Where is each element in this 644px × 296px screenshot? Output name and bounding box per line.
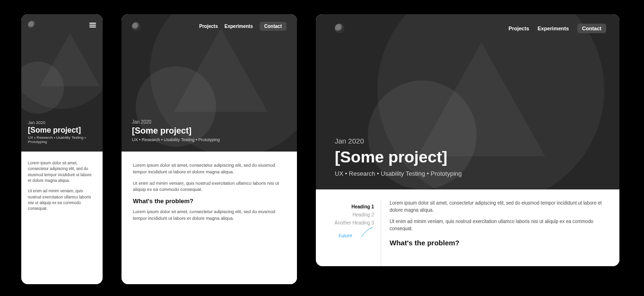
main-column: Lorem ipsum dolor sit amet, consectetur …	[390, 200, 606, 266]
topbar	[28, 21, 96, 29]
paragraph: Lorem ipsum dolor sit amet, consectetur …	[28, 160, 96, 183]
mobile-frame: Jan 2020 [Some project] UX • Research • …	[21, 14, 103, 284]
topbar: Projects Experiments Contact	[132, 22, 287, 31]
project-date: Jan 2020	[335, 137, 613, 145]
hero: Jan 2020 [Some project] UX • Research • …	[21, 14, 103, 152]
topbar: Projects Experiments Contact	[335, 24, 606, 33]
tablet-frame: Projects Experiments Contact Jan 2020 [S…	[122, 14, 297, 284]
paragraph: Ut enim ad minim veniam, quis nostrud ex…	[28, 188, 96, 211]
nav-projects[interactable]: Projects	[509, 26, 529, 31]
hamburger-icon[interactable]	[89, 23, 96, 27]
future-annotation: Future	[339, 233, 352, 238]
project-title: [Some project]	[335, 148, 613, 166]
project-title: [Some project]	[28, 126, 96, 135]
toc-item[interactable]: Another Heading 3	[324, 219, 374, 227]
nav: Projects Experiments Contact	[509, 24, 606, 33]
table-of-contents: Heading 1 Heading 2 Another Heading 3 Fu…	[324, 200, 381, 266]
toc-item[interactable]: Heading 1	[324, 203, 374, 211]
project-date: Jan 2020	[28, 120, 96, 125]
shape-triangle	[40, 33, 100, 86]
paragraph: Ut enim ad minim veniam, quis nostrud ex…	[133, 180, 286, 193]
toc-item[interactable]: Heading 2	[324, 211, 374, 219]
content: Lorem ipsum dolor sit amet, consectetur …	[122, 152, 297, 284]
subheading: What's the problem?	[133, 197, 286, 205]
content: Lorem ipsum dolor sit amet, consectetur …	[21, 152, 103, 284]
paragraph: Lorem ipsum dolor sit amet, consectetur …	[133, 208, 286, 222]
hero-text: Jan 2020 [Some project] UX • Research • …	[28, 120, 96, 144]
desktop-frame: Projects Experiments Contact Jan 2020 [S…	[316, 14, 619, 266]
content: Heading 1 Heading 2 Another Heading 3 Fu…	[316, 189, 619, 266]
hero: Projects Experiments Contact Jan 2020 [S…	[316, 14, 619, 189]
hero-text: Jan 2020 [Some project] UX • Research • …	[335, 137, 613, 177]
project-tags: UX • Research • Usability Testing • Prot…	[335, 170, 613, 177]
project-date: Jan 2020	[132, 119, 290, 125]
subheading: What's the problem?	[390, 239, 606, 247]
nav-experiments[interactable]: Experiments	[538, 26, 569, 31]
nav-experiments[interactable]: Experiments	[225, 24, 253, 29]
nav: Projects Experiments Contact	[199, 22, 287, 31]
paragraph: Lorem ipsum dolor sit amet, consectetur …	[390, 200, 606, 214]
paragraph: Ut enim ad minim veniam, quis nostrud ex…	[390, 218, 606, 232]
hero: Projects Experiments Contact Jan 2020 [S…	[122, 14, 297, 152]
logo-icon[interactable]	[28, 21, 36, 29]
annotation-line-icon	[360, 226, 374, 238]
logo-icon[interactable]	[132, 22, 140, 31]
project-tags: UX • Research • Usability Testing • Prot…	[28, 135, 96, 144]
logo-icon[interactable]	[335, 24, 344, 33]
shape-triangle	[174, 28, 268, 112]
shape-circle-small	[21, 62, 64, 114]
nav-contact[interactable]: Contact	[577, 24, 606, 33]
paragraph: Lorem ipsum dolor sit amet, consectetur …	[133, 162, 286, 175]
project-tags: UX • Research • Usability Testing • Prot…	[132, 137, 290, 142]
nav-projects[interactable]: Projects	[199, 24, 218, 29]
project-title: [Some project]	[132, 126, 290, 136]
nav-contact[interactable]: Contact	[260, 22, 287, 31]
hero-text: Jan 2020 [Some project] UX • Research • …	[132, 119, 290, 142]
